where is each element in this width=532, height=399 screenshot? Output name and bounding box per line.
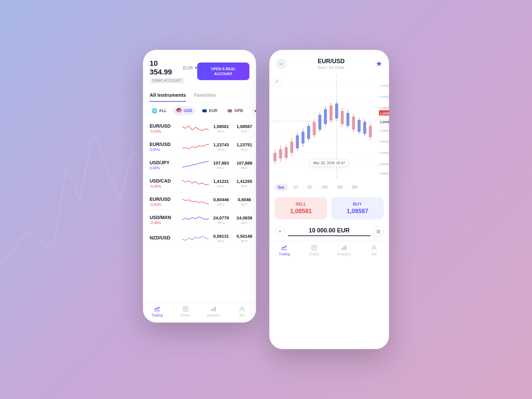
instrument-row[interactable]: NZD/USD 0,59131 SELL 0,50148 BUY	[143, 229, 256, 247]
nav-trading[interactable]: Trading	[143, 306, 171, 317]
mini-chart-7	[182, 233, 209, 243]
instrument-name: USD/JPY 0,68%	[150, 160, 180, 170]
buy-col: 24,0939 BUY	[235, 215, 254, 224]
svg-rect-28	[296, 135, 299, 148]
tab-all-instruments[interactable]: All Instruments	[150, 89, 186, 102]
sell-button[interactable]: SELL 1,08581	[275, 197, 327, 219]
sell-col: 1,23743 SELL	[211, 142, 231, 151]
jp-flag-icon: 🇯🇵	[252, 108, 256, 114]
timeframe-1d[interactable]: 1D	[289, 183, 302, 191]
svg-rect-74	[342, 248, 343, 250]
instrument-row[interactable]: EUR/USD -0,93% 1,08581 SELL 1,08587 BU	[143, 119, 256, 138]
open-account-button[interactable]: OPEN A REAL ACCOUNT	[197, 63, 249, 80]
price-cols: 1,08581 SELL 1,08587 BUY	[211, 124, 254, 133]
candlestick-chart[interactable]: 1,10200 1,10000 1,09800 1,10369 1,09600 …	[269, 73, 389, 180]
svg-rect-42	[335, 103, 338, 118]
buy-col: 0,6046 BUY	[235, 197, 254, 206]
date-tooltip: Mar 26, 2020 18:47	[310, 159, 348, 167]
buy-col: 0,50148 BUY	[235, 234, 254, 243]
add-amount-button[interactable]: +	[275, 226, 285, 237]
sell-col: 1,41231 SELL	[211, 179, 231, 188]
svg-rect-7	[215, 307, 216, 311]
nav-orders[interactable]: Orders	[171, 306, 200, 317]
amount-value: 10 000.00 EUR	[288, 227, 370, 236]
filter-all[interactable]: 🌐 ALL	[148, 106, 170, 115]
svg-rect-44	[341, 111, 344, 124]
chevron-down-icon[interactable]: ▾	[195, 65, 197, 70]
timeframe-6m[interactable]: 6M	[348, 183, 361, 191]
instrument-name: NZD/USD	[150, 235, 180, 241]
buy-col: 1,23751 BUY	[235, 142, 254, 151]
svg-text:1,10000: 1,10000	[379, 95, 389, 98]
top-bar-right: ‹ EUR/USD Euro / US Dollar ★	[269, 50, 389, 73]
nav-right-orders[interactable]: Orders	[299, 244, 329, 256]
filter-gpb[interactable]: 🇬🇧 GPB	[223, 106, 246, 115]
demo-badge: DEMO ACCOUNT	[150, 78, 184, 83]
filter-gpb-label: GPB	[234, 108, 243, 113]
price-cols: 1,41231 SELL 1,41255 BUY	[211, 179, 254, 188]
svg-rect-34	[313, 122, 316, 135]
svg-rect-38	[324, 109, 327, 124]
instrument-row[interactable]: USD/CAD -0,46% 1,41231 SELL 1,41255 BU	[143, 174, 256, 193]
date-tooltip-text: Mar 26, 2020 18:47	[313, 161, 345, 165]
pair-info: EUR/USD Euro / US Dollar	[318, 58, 344, 69]
nav-me[interactable]: Me	[228, 306, 256, 317]
timeframe-5d[interactable]: 5D	[303, 183, 316, 191]
balance-currency: EUR	[183, 65, 193, 70]
instrument-row[interactable]: USD/JPY 0,68% 107,883 SELL 107,889 BUY	[143, 156, 256, 174]
svg-rect-40	[330, 105, 332, 120]
svg-text:1,09800: 1,09800	[379, 106, 389, 110]
settings-button[interactable]: ⚙	[373, 226, 384, 237]
svg-rect-26	[290, 142, 293, 153]
svg-rect-32	[307, 126, 310, 139]
buy-col: 107,889 BUY	[235, 161, 254, 170]
svg-rect-30	[302, 132, 305, 144]
sell-col: 107,883 SELL	[211, 161, 231, 170]
mini-chart-2	[182, 142, 209, 152]
filter-eur-label: EUR	[209, 108, 217, 113]
nav-analytics[interactable]: Analytics	[200, 306, 228, 317]
svg-rect-36	[318, 115, 321, 130]
svg-text:1,10200: 1,10200	[379, 84, 389, 87]
timeframe-2w[interactable]: 2W	[318, 183, 332, 191]
bottom-nav-left: Trading Orders Analytics	[143, 302, 256, 323]
svg-text:1,08600: 1,08600	[379, 172, 389, 175]
timeframe-5m[interactable]: 5m	[275, 184, 288, 191]
svg-rect-5	[211, 309, 212, 311]
price-cols: 1,23743 SELL 1,23751 BUY	[211, 142, 254, 151]
nav-trading-label: Trading	[152, 314, 163, 317]
svg-rect-54	[369, 126, 372, 137]
nav-right-me[interactable]: Me	[359, 244, 389, 256]
timeframe-5m-label: 5m	[278, 185, 284, 190]
profile-icon-right	[371, 244, 377, 251]
nav-right-analytics[interactable]: Analytics	[329, 244, 359, 256]
filter-eur[interactable]: 🇪🇺 EUR	[198, 106, 221, 115]
nav-orders-label: Orders	[180, 314, 191, 317]
phone-right: ‹ EUR/USD Euro / US Dollar ★	[269, 50, 389, 349]
mini-chart-3	[182, 160, 209, 170]
svg-text:1,08800: 1,08800	[379, 163, 389, 166]
instrument-name: EUR/USD -0,42%	[150, 197, 180, 206]
favorite-star-button[interactable]: ★	[376, 60, 382, 68]
top-bar-left: 10 354.99 EUR ▾ DEMO ACCOUNT OPEN A REAL…	[143, 50, 256, 89]
filter-jp[interactable]: 🇯🇵 JP	[249, 106, 256, 115]
filter-usd[interactable]: 🇺🇸 USD	[173, 106, 195, 115]
nav-right-analytics-label: Analytics	[337, 252, 351, 256]
svg-text:1,09600: 1,09600	[379, 129, 389, 132]
instrument-row[interactable]: USD/MXN -0,46% 24,0779 SELL 24,0939 BU	[143, 211, 256, 229]
mini-chart-6	[182, 215, 209, 225]
instrument-row[interactable]: EUR/USD 0,05% 1,23743 SELL 1,23751 BUY	[143, 138, 256, 156]
timeframe-3m[interactable]: 3M	[333, 183, 346, 191]
back-button[interactable]: ‹	[276, 59, 287, 69]
buy-button[interactable]: BUY 1,08587	[331, 197, 384, 219]
nav-right-me-label: Me	[372, 252, 376, 256]
sell-price: 1,08581	[279, 208, 323, 215]
nav-me-label: Me	[240, 314, 244, 317]
nav-right-trading[interactable]: Trading	[269, 244, 299, 256]
instrument-row[interactable]: EUR/USD -0,42% 0,60446 SELL 0,6046 BUY	[143, 193, 256, 211]
bottom-nav-right: Trading Orders Analytics	[269, 241, 389, 260]
tab-favorites[interactable]: Favorites	[194, 89, 216, 102]
svg-rect-52	[363, 122, 366, 134]
instrument-name: USD/MXN -0,46%	[150, 215, 180, 225]
buy-label: BUY	[336, 202, 379, 206]
